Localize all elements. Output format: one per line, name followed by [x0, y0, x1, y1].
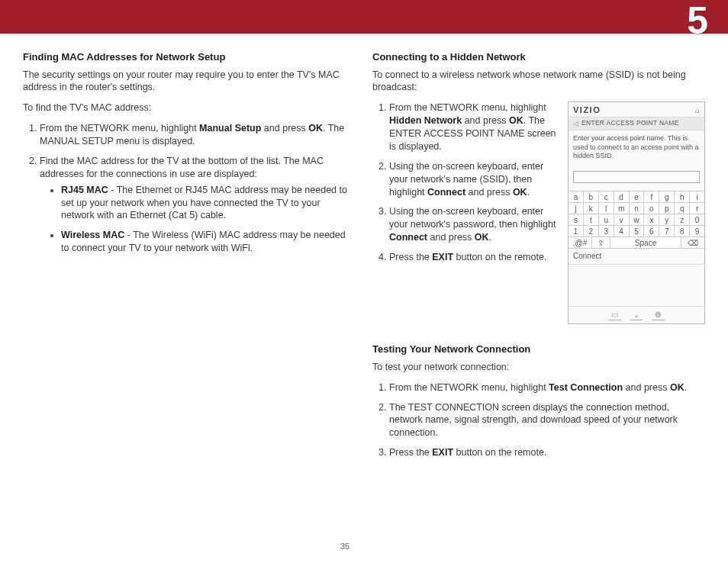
- testing-steps: From the NETWORK menu, highlight Test Co…: [389, 381, 701, 459]
- hidden-step-4: Press the EXIT button on the remote.: [389, 251, 557, 264]
- hidden-step-1: From the NETWORK menu, highlight Hidden …: [389, 101, 557, 153]
- key-a[interactable]: a: [569, 191, 584, 203]
- key-v[interactable]: v: [614, 214, 630, 226]
- ssid-input[interactable]: [573, 171, 700, 183]
- key-g[interactable]: g: [659, 191, 675, 203]
- testing-step-1: From the NETWORK menu, highlight Test Co…: [389, 381, 701, 394]
- key-e[interactable]: e: [630, 191, 645, 203]
- footer-down-icon[interactable]: ⌄: [630, 310, 643, 321]
- mac-bullet-rj45: RJ45 MAC - The Ethernet or RJ45 MAC addr…: [61, 184, 351, 223]
- key-9[interactable]: 9: [690, 226, 704, 237]
- mac-bullets: RJ45 MAC - The Ethernet or RJ45 MAC addr…: [61, 184, 351, 255]
- brand-logo: VIZIO: [573, 105, 601, 116]
- mac-bullet-wireless: Wireless MAC - The Wireless (WiFi) MAC a…: [61, 229, 351, 255]
- key-h[interactable]: h: [675, 191, 690, 203]
- testing-intro: To test your network connection:: [372, 361, 701, 374]
- key-backspace[interactable]: ⌫: [681, 237, 704, 249]
- key-r[interactable]: r: [690, 203, 704, 214]
- heading-hidden: Connecting to a Hidden Network: [372, 50, 705, 64]
- testing-section: Testing Your Network Connection To test …: [372, 343, 701, 459]
- key-8[interactable]: 8: [675, 226, 690, 237]
- hidden-steps: From the NETWORK menu, highlight Hidden …: [389, 101, 557, 264]
- heading-mac: Finding MAC Addresses for Network Setup: [23, 50, 351, 64]
- key-0[interactable]: 0: [690, 214, 704, 226]
- key-n[interactable]: n: [630, 203, 645, 214]
- key-y[interactable]: y: [659, 214, 675, 226]
- key-m[interactable]: m: [614, 203, 630, 214]
- heading-testing: Testing Your Network Connection: [372, 343, 701, 356]
- key-2[interactable]: 2: [584, 226, 599, 237]
- key-d[interactable]: d: [614, 191, 630, 203]
- hidden-intro: To connect to a wireless network whose n…: [372, 69, 705, 95]
- key-j[interactable]: j: [569, 203, 584, 214]
- hidden-step-3: Using the on-screen keyboard, enter your…: [389, 205, 557, 244]
- key-t[interactable]: t: [584, 214, 599, 226]
- key-w[interactable]: w: [630, 214, 645, 226]
- key-x[interactable]: x: [644, 214, 659, 226]
- right-column: Connecting to a Hidden Network To connec…: [372, 50, 705, 470]
- key-q[interactable]: q: [675, 203, 690, 214]
- footer-wide-icon[interactable]: ▭: [608, 310, 621, 321]
- home-icon[interactable]: ⌂: [695, 105, 700, 116]
- key-4[interactable]: 4: [614, 226, 630, 237]
- key-f[interactable]: f: [644, 191, 659, 203]
- page-number: 35: [340, 541, 350, 552]
- mac-steps: From the NETWORK menu, highlight Manual …: [40, 122, 351, 255]
- key-b[interactable]: b: [584, 191, 599, 203]
- key-shift[interactable]: ⇧: [592, 237, 610, 249]
- mac-step-2: Find the MAC address for the TV at the b…: [40, 155, 351, 255]
- chapter-number: 5: [687, 0, 708, 47]
- connect-row[interactable]: Connect: [569, 249, 704, 265]
- key-s[interactable]: s: [569, 214, 584, 226]
- mac-intro-1: The security settings on your router may…: [23, 69, 351, 95]
- testing-step-2: The TEST CONNECTION screen displays the …: [389, 401, 701, 440]
- key-symbols[interactable]: .@#: [569, 237, 592, 249]
- onscreen-keyboard: abcdefghi jklmnopqr stuvwxyz0 123456789 …: [569, 191, 704, 249]
- key-i[interactable]: i: [690, 191, 704, 203]
- testing-step-3: Press the EXIT button on the remote.: [389, 446, 701, 459]
- key-k[interactable]: k: [584, 203, 599, 214]
- key-space[interactable]: Space: [610, 237, 681, 249]
- chapter-header-band: 5: [0, 0, 728, 34]
- panel-footer: ▭ ⌄ ⚙: [569, 306, 704, 324]
- left-column: Finding MAC Addresses for Network Setup …: [23, 50, 351, 470]
- key-7[interactable]: 7: [659, 226, 675, 237]
- footer-gear-icon[interactable]: ⚙: [652, 310, 665, 321]
- key-3[interactable]: 3: [599, 226, 614, 237]
- key-c[interactable]: c: [599, 191, 614, 203]
- key-5[interactable]: 5: [630, 226, 645, 237]
- mac-step-1: From the NETWORK menu, highlight Manual …: [40, 122, 351, 148]
- key-u[interactable]: u: [599, 214, 614, 226]
- key-1[interactable]: 1: [569, 226, 584, 237]
- key-p[interactable]: p: [659, 203, 675, 214]
- key-6[interactable]: 6: [644, 226, 659, 237]
- key-z[interactable]: z: [675, 214, 690, 226]
- chevron-left-icon[interactable]: ◁: [573, 119, 578, 128]
- key-o[interactable]: o: [644, 203, 659, 214]
- key-l[interactable]: l: [599, 203, 614, 214]
- page-content: Finding MAC Addresses for Network Setup …: [23, 50, 705, 563]
- panel-subtitle: ENTER ACCESS POINT NAME: [581, 119, 679, 127]
- panel-help-text: Enter your access point name. This is us…: [569, 130, 704, 166]
- onscreen-keyboard-panel: VIZIO ⌂ ◁ ENTER ACCESS POINT NAME Enter …: [568, 101, 705, 324]
- mac-intro-2: To find the TV's MAC address:: [23, 101, 351, 114]
- hidden-step-2: Using the on-screen keyboard, enter your…: [389, 160, 557, 199]
